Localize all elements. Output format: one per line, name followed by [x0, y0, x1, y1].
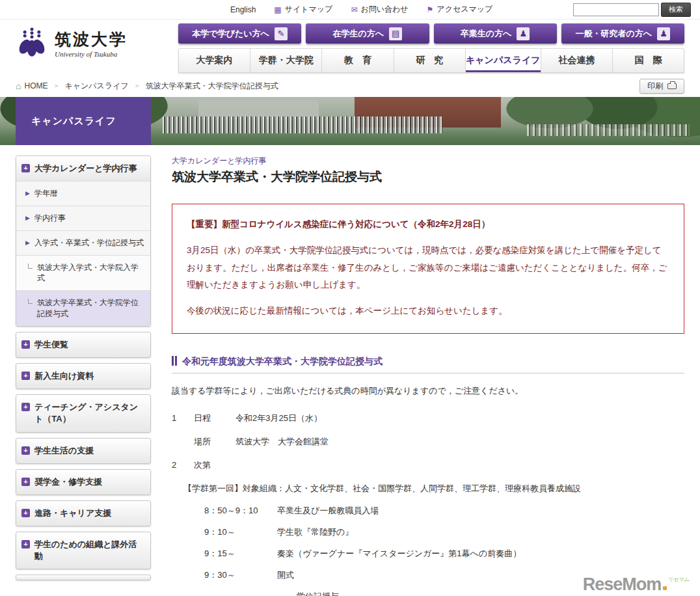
category-label: 大学カレンダーと学内行事: [172, 156, 684, 167]
site-header: 筑波大学 University of Tsukuba 本学で学びたい方へ ✎ 在…: [0, 20, 700, 73]
nav-item-research[interactable]: 研 究: [394, 49, 465, 72]
alumni-button[interactable]: 卒業生の方へ ♟: [434, 23, 557, 44]
sidebar-item-student-organizations[interactable]: + 学生のための組織と課外活動: [16, 532, 151, 569]
person-icon: ♟: [517, 27, 530, 40]
plus-icon: +: [21, 372, 30, 380]
page-title: 筑波大学卒業式・大学院学位記授与式: [172, 169, 684, 185]
timeline-row: 8：50～9：10 卒業生及び一般教職員入場: [204, 504, 684, 518]
breadcrumb-separator-icon: ＞: [134, 81, 141, 90]
current-students-label: 在学生の方へ: [333, 28, 384, 40]
sidebar-item-partial[interactable]: [16, 575, 151, 580]
book-icon: ▤: [389, 27, 402, 40]
place-value: 筑波大学 大学会館講堂: [236, 435, 329, 449]
print-button-label: 印刷: [647, 81, 663, 92]
sidebar-item-label: 大学カレンダーと学内行事: [34, 163, 137, 174]
contact-link-label: お問い合わせ: [360, 4, 408, 15]
nav-item-community[interactable]: 社会連携: [541, 49, 612, 72]
timeline-row: 9：10～ 学生歌『常陸野の』: [204, 525, 684, 539]
nav-item-education[interactable]: 教 育: [321, 49, 393, 72]
access-map-link[interactable]: ⚑ アクセスマップ: [427, 4, 493, 15]
plus-icon: +: [21, 509, 30, 517]
plus-icon: +: [21, 540, 30, 549]
prospective-students-button[interactable]: 本学で学びたい方へ ✎: [178, 23, 301, 44]
people-icon: ♟: [657, 27, 670, 40]
header-right: 本学で学びたい方へ ✎ 在学生の方へ ▤ 卒業生の方へ ♟ 一般・研究者の方へ …: [178, 23, 684, 73]
branch-icon: [28, 299, 33, 304]
sidebar-item-student-support[interactable]: + 学生生活の支援: [16, 438, 151, 464]
search-button[interactable]: 検索: [661, 3, 691, 17]
nav-item-about[interactable]: 大学案内: [179, 49, 250, 72]
sidebar-item-label: 新入生向け資料: [34, 370, 94, 382]
nav-item-international[interactable]: 国 際: [612, 49, 684, 72]
item-number: [172, 435, 194, 449]
home-icon: ⌂: [16, 81, 21, 91]
resemom-logo: ReseMom: [583, 575, 662, 595]
breadcrumb-campuslife[interactable]: キャンパスライフ: [64, 81, 128, 92]
nav-label: 大学案内: [196, 55, 233, 66]
sidebar-item-label: 学生便覧: [34, 339, 68, 351]
print-button[interactable]: 印刷: [639, 79, 684, 94]
event: 奏楽（ヴァーグナー『マイスタージンガー』第1幕への前奏曲）: [277, 547, 521, 561]
place-label: 場所: [194, 435, 236, 449]
sidebar-item-student-handbook[interactable]: + 学生便覧: [16, 332, 151, 358]
sidebar-item-calendar[interactable]: + 大学カレンダーと学内行事: [16, 156, 150, 181]
sidebar-item-career-support[interactable]: + 進路・キャリア支援: [16, 500, 151, 526]
branch-icon: [28, 264, 33, 269]
sidebar-item-teaching-assistant[interactable]: + ティーチング・アシスタント（TA）: [16, 394, 151, 432]
sidebar-item-academic-calendar[interactable]: ▶ 学年暦: [16, 181, 150, 206]
search-input[interactable]: [573, 3, 659, 16]
nav-label: 社会連携: [558, 55, 595, 66]
general-researchers-button[interactable]: 一般・研究者の方へ ♟: [561, 23, 684, 44]
sidebar-item-label: 進路・キャリア支援: [34, 508, 111, 519]
event: 開式: [277, 568, 294, 582]
breadcrumb-home[interactable]: HOME: [24, 81, 47, 90]
sidebar-item-graduation-ceremony[interactable]: 筑波大学卒業式・大学院学位記授与式: [16, 290, 150, 326]
sitemap-link[interactable]: ▦ サイトマップ: [274, 4, 332, 15]
ceremony-schedule: 1 日程 令和2年3月25日（水） 場所 筑波大学 大学会館講堂 2 次第 【学…: [172, 411, 684, 596]
section-intro: 該当する学群等により，ご出席いただける式典の時間が異なりますので，ご注意ください…: [172, 384, 684, 398]
schedule-place-row: 場所 筑波大学 大学会館講堂: [172, 435, 684, 449]
nav-label: 研 究: [416, 55, 443, 66]
logo-subtitle: University of Tsukuba: [55, 50, 128, 58]
notice-paragraph: 3月25日（水）の卒業式・大学院学位記授与式については，現時点では，必要な感染症…: [187, 242, 669, 293]
important-notice-box: 【重要】新型コロナウイルス感染症に伴う対応について（令和2年2月28日） 3月2…: [172, 204, 684, 334]
breadcrumb: ⌂ HOME ＞ キャンパスライフ ＞ 筑波大学卒業式・大学院学位記授与式 印刷: [0, 78, 700, 94]
utility-bar: English ▦ サイトマップ ✉ お問い合わせ ⚑ アクセスマップ 検索: [0, 0, 700, 20]
section-heading: 令和元年度筑波大学卒業式・大学院学位記授与式: [172, 355, 684, 373]
plus-icon: +: [21, 403, 30, 411]
campus-photo-crowd-right: [527, 124, 690, 136]
sitemap-icon: ▦: [274, 5, 281, 14]
sidebar-item-campus-events[interactable]: ▶ 学内行事: [16, 206, 150, 230]
arrow-right-icon: ▶: [25, 214, 30, 223]
timeline-row: 9：15～ 奏楽（ヴァーグナー『マイスタージンガー』第1幕への前奏曲）: [204, 547, 684, 561]
sidebar-item-label: 奨学金・修学支援: [34, 476, 102, 488]
contact-link[interactable]: ✉ お問い合わせ: [351, 4, 408, 15]
time: 8：50～9：10: [204, 504, 277, 518]
sidebar-item-label: 学生生活の支援: [34, 445, 94, 457]
sidebar-item-label: 学年暦: [34, 188, 58, 199]
university-logo[interactable]: 筑波大学 University of Tsukuba: [16, 26, 154, 61]
nav-item-campuslife[interactable]: キャンパスライフ: [465, 49, 541, 72]
sidebar-item-label: 入学式・卒業式・学位記授与式: [34, 237, 144, 249]
event: 卒業生及び一般教職員入場: [277, 504, 379, 518]
date-value: 令和2年3月25日（水）: [236, 411, 322, 426]
sidebar-item-scholarships[interactable]: + 奨学金・修学支援: [16, 469, 151, 495]
page-banner: キャンパスライフ: [0, 97, 700, 145]
nav-item-schools[interactable]: 学群・大学院: [250, 49, 321, 72]
sidebar-item-new-students[interactable]: + 新入生向け資料: [16, 363, 151, 389]
global-nav: 大学案内 学群・大学院 教 育 研 究 キャンパスライフ 社会連携 国 際: [178, 48, 684, 73]
sidebar-item-label: 学内行事: [34, 213, 66, 224]
schedule-program-row: 2 次第: [172, 458, 684, 472]
nav-label: 教 育: [344, 55, 371, 66]
item-number: 2: [172, 458, 194, 472]
sidebar-item-entrance-ceremony[interactable]: 筑波大学入学式・大学院入学式: [16, 255, 150, 291]
sidebar-group-calendar: + 大学カレンダーと学内行事 ▶ 学年暦 ▶ 学内行事 ▶ 入学式・卒業式・学位…: [16, 156, 151, 327]
time: 9：10～: [204, 525, 277, 539]
current-students-button[interactable]: 在学生の方へ ▤: [306, 23, 429, 44]
breadcrumb-current: 筑波大学卒業式・大学院学位記授与式: [146, 81, 278, 92]
arrow-right-icon: ▶: [25, 189, 30, 198]
english-link[interactable]: English: [230, 5, 256, 14]
notice-heading: 【重要】新型コロナウイルス感染症に伴う対応について（令和2年2月28日）: [187, 216, 669, 233]
sidebar-item-ceremonies[interactable]: ▶ 入学式・卒業式・学位記授与式: [16, 230, 150, 255]
event: 学生歌『常陸野の』: [277, 525, 353, 539]
